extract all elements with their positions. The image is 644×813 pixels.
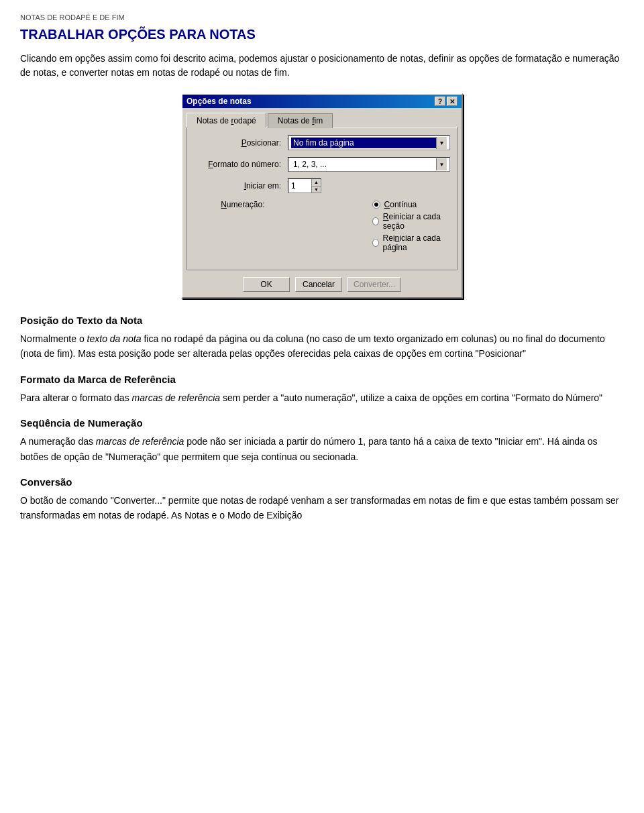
formato-value: 1, 2, 3, ... <box>291 159 436 170</box>
tab-rodape-label: Notas de rodapé <box>197 116 256 125</box>
posicionar-row: Posicionar: No fim da página ▼ <box>194 136 450 150</box>
converter-button[interactable]: Converter... <box>347 277 401 292</box>
section-body-sequencia: A numeração das marcas de referência pod… <box>20 434 624 464</box>
numeracao-row: Numeração: Contínua Reiniciar a cada seç… <box>194 200 450 255</box>
formato-select[interactable]: 1, 2, 3, ... ▼ <box>288 157 450 172</box>
dialog-buttons: OK Cancelar Converter... <box>186 277 458 292</box>
dialog-box: Opções de notas ? ✕ Notas de rodapé Nota… <box>181 93 463 299</box>
formato-label: Formato do número: <box>194 160 288 169</box>
dialog-content: Posicionar: No fim da página ▼ Formato d… <box>186 127 458 270</box>
section-title-conversao: Conversão <box>20 476 624 488</box>
page-header: NOTAS DE RODAPÉ E DE FIM <box>20 13 624 21</box>
main-title: TRABALHAR OPÇÕES PARA NOTAS <box>20 27 624 42</box>
section-body-formato: Para alterar o formato das marcas de ref… <box>20 390 624 405</box>
tab-fim-label: Notas de fim <box>278 116 323 125</box>
numeracao-label: Numeração: <box>194 200 272 255</box>
radio-seccao[interactable]: Reiniciar a cada seção <box>372 212 450 231</box>
iniciar-label: Iniciar em: <box>194 181 288 191</box>
tab-rodape[interactable]: Notas de rodapé <box>186 113 266 127</box>
section-body-posicao: Normalmente o texto da nota fica no roda… <box>20 331 624 362</box>
dialog-wrapper: Opções de notas ? ✕ Notas de rodapé Nota… <box>20 93 624 299</box>
radio-continua-circle[interactable] <box>372 201 380 209</box>
formato-arrow[interactable]: ▼ <box>436 158 447 170</box>
spinbox-arrows[interactable]: ▲ ▼ <box>311 179 321 193</box>
dialog-titlebar: Opções de notas ? ✕ <box>182 95 462 108</box>
help-button[interactable]: ? <box>435 97 445 106</box>
numeracao-options: Contínua Reiniciar a cada seção Reinicia… <box>372 200 450 255</box>
iniciar-value: 1 <box>288 180 311 191</box>
radio-continua[interactable]: Contínua <box>372 200 450 209</box>
section-title-formato: Formato da Marca de Referência <box>20 374 624 385</box>
dialog-tabs: Notas de rodapé Notas de fim <box>186 112 458 127</box>
posicionar-select[interactable]: No fim da página ▼ <box>288 136 450 150</box>
formato-control[interactable]: 1, 2, 3, ... ▼ <box>288 157 450 172</box>
posicionar-arrow[interactable]: ▼ <box>436 137 447 149</box>
ok-button[interactable]: OK <box>243 277 290 292</box>
posicionar-label: Posicionar: <box>194 138 288 148</box>
radio-continua-label: Contínua <box>384 200 417 209</box>
section-body-conversao: O botão de comando "Converter..." permit… <box>20 493 624 523</box>
dialog-title: Opções de notas <box>186 97 252 106</box>
spinbox-down[interactable]: ▼ <box>312 186 321 193</box>
tab-fim[interactable]: Notas de fim <box>268 113 333 128</box>
radio-pagina-label: Reiniciar a cada página <box>383 233 450 252</box>
spinbox-up[interactable]: ▲ <box>312 179 321 186</box>
formato-row: Formato do número: 1, 2, 3, ... ▼ <box>194 157 450 172</box>
dialog-titlebar-buttons: ? ✕ <box>435 97 458 106</box>
radio-seccao-circle[interactable] <box>372 217 379 225</box>
numeracao-section: Numeração: Contínua Reiniciar a cada seç… <box>194 200 450 255</box>
close-button[interactable]: ✕ <box>447 97 458 106</box>
radio-seccao-label: Reiniciar a cada seção <box>383 212 450 231</box>
posicionar-control[interactable]: No fim da página ▼ <box>288 136 450 150</box>
section-title-sequencia: Seqüência de Numeração <box>20 417 624 429</box>
iniciar-control[interactable]: 1 ▲ ▼ <box>288 178 450 193</box>
section-title-posicao: Posição do Texto da Nota <box>20 315 624 326</box>
radio-pagina[interactable]: Reiniciar a cada página <box>372 233 450 252</box>
intro-text: Clicando em opções assim como foi descri… <box>20 52 624 80</box>
posicionar-value: No fim da página <box>291 138 436 148</box>
cancelar-button[interactable]: Cancelar <box>295 277 342 292</box>
radio-pagina-circle[interactable] <box>372 239 379 247</box>
iniciar-row: Iniciar em: 1 ▲ ▼ <box>194 178 450 193</box>
iniciar-spinbox[interactable]: 1 ▲ ▼ <box>288 178 321 193</box>
